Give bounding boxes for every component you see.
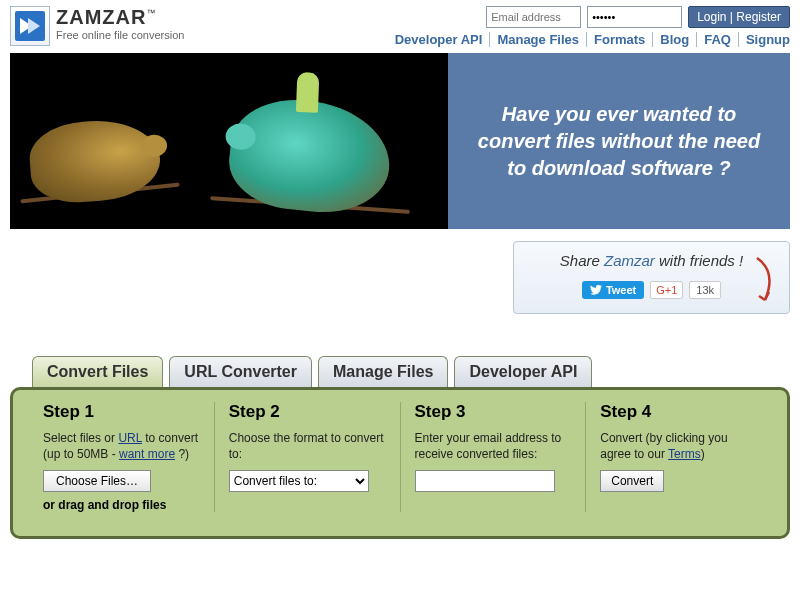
arrow-icon bbox=[749, 252, 781, 312]
url-link[interactable]: URL bbox=[118, 431, 142, 445]
login-register-button[interactable]: Login | Register bbox=[688, 6, 790, 28]
nav-faq[interactable]: FAQ bbox=[697, 32, 739, 47]
nav-formats[interactable]: Formats bbox=[587, 32, 653, 47]
nav-blog[interactable]: Blog bbox=[653, 32, 697, 47]
top-nav: Developer API Manage Files Formats Blog … bbox=[388, 32, 790, 47]
step-2: Step 2 Choose the format to convert to: … bbox=[215, 402, 401, 512]
brand-tagline: Free online file conversion bbox=[56, 29, 184, 41]
email-input[interactable] bbox=[486, 6, 581, 28]
step-1: Step 1 Select files or URL to convert (u… bbox=[29, 402, 215, 512]
share-box: Share Zamzar with friends ! Tweet G+1 13… bbox=[513, 241, 790, 314]
format-select[interactable]: Convert files to: bbox=[229, 470, 369, 492]
hero-banner: Have you ever wanted to convert files wi… bbox=[10, 53, 790, 229]
tab-url-converter[interactable]: URL Converter bbox=[169, 356, 312, 387]
step-3: Step 3 Enter your email address to recei… bbox=[401, 402, 587, 512]
tab-convert-files[interactable]: Convert Files bbox=[32, 356, 163, 387]
share-title: Share Zamzar with friends ! bbox=[528, 252, 775, 269]
step-2-title: Step 2 bbox=[229, 402, 386, 422]
hero-text: Have you ever wanted to convert files wi… bbox=[448, 53, 790, 229]
tab-developer-api[interactable]: Developer API bbox=[454, 356, 592, 387]
nav-signup[interactable]: Signup bbox=[739, 32, 790, 47]
terms-link[interactable]: Terms bbox=[668, 447, 701, 461]
step-3-title: Step 3 bbox=[415, 402, 572, 422]
password-input[interactable] bbox=[587, 6, 682, 28]
tweet-button[interactable]: Tweet bbox=[582, 281, 644, 299]
twitter-icon bbox=[590, 285, 602, 295]
hero-headline: Have you ever wanted to convert files wi… bbox=[470, 101, 768, 182]
tab-manage-files[interactable]: Manage Files bbox=[318, 356, 448, 387]
step-2-text: Choose the format to convert to: bbox=[229, 430, 386, 462]
nav-manage-files[interactable]: Manage Files bbox=[490, 32, 587, 47]
step-1-title: Step 1 bbox=[43, 402, 200, 422]
brand-name: ZAMZAR™ bbox=[56, 6, 184, 29]
steps-panel: Step 1 Select files or URL to convert (u… bbox=[10, 387, 790, 539]
step-4: Step 4 Convert (by clicking you agree to… bbox=[586, 402, 771, 512]
convert-email-input[interactable] bbox=[415, 470, 555, 492]
step-3-text: Enter your email address to receive conv… bbox=[415, 430, 572, 462]
auth-row: Login | Register bbox=[486, 6, 790, 28]
tabs-container: Convert Files URL Converter Manage Files… bbox=[10, 356, 790, 539]
want-more-link[interactable]: want more bbox=[119, 447, 175, 461]
step-4-text: Convert (by clicking you agree to our Te… bbox=[600, 430, 757, 462]
step-1-text: Select files or URL to convert (up to 50… bbox=[43, 430, 200, 462]
step-4-title: Step 4 bbox=[600, 402, 757, 422]
nav-developer-api[interactable]: Developer API bbox=[388, 32, 491, 47]
gplus-count: 13k bbox=[689, 281, 721, 299]
header: ZAMZAR™ Free online file conversion Logi… bbox=[10, 0, 790, 47]
drag-drop-text: or drag and drop files bbox=[43, 498, 200, 512]
gplus-button[interactable]: G+1 bbox=[650, 281, 683, 299]
logo-block: ZAMZAR™ Free online file conversion bbox=[10, 6, 184, 46]
choose-files-button[interactable]: Choose Files… bbox=[43, 470, 151, 492]
convert-button[interactable]: Convert bbox=[600, 470, 664, 492]
logo-icon bbox=[10, 6, 50, 46]
hero-image bbox=[10, 53, 448, 229]
